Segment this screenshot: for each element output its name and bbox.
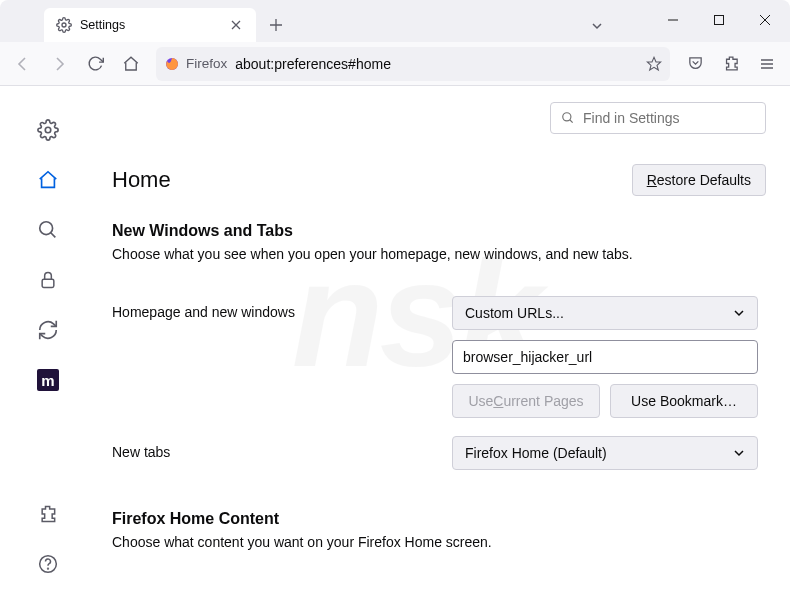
find-placeholder: Find in Settings bbox=[583, 110, 680, 126]
section-windows-tabs-desc: Choose what you see when you open your h… bbox=[112, 246, 766, 262]
sidebar-general[interactable] bbox=[28, 110, 68, 150]
newtabs-label: New tabs bbox=[112, 436, 452, 460]
reload-button[interactable] bbox=[78, 47, 112, 81]
minimize-button[interactable] bbox=[650, 4, 696, 36]
firefox-icon bbox=[164, 56, 180, 72]
section-windows-tabs-title: New Windows and Tabs bbox=[112, 222, 766, 240]
use-current-pages-button[interactable]: Use Current Pages bbox=[452, 384, 600, 418]
select-value: Custom URLs... bbox=[465, 305, 564, 321]
close-icon[interactable] bbox=[226, 15, 246, 35]
section-home-content-title: Firefox Home Content bbox=[112, 510, 766, 528]
sidebar-home[interactable] bbox=[28, 160, 68, 200]
restore-defaults-button[interactable]: Restore Defaults bbox=[632, 164, 766, 196]
back-button[interactable] bbox=[6, 47, 40, 81]
svg-point-8 bbox=[48, 568, 49, 569]
newtabs-select[interactable]: Firefox Home (Default) bbox=[452, 436, 758, 470]
section-home-content-desc: Choose what content you want on your Fir… bbox=[112, 534, 766, 550]
forward-button[interactable] bbox=[42, 47, 76, 81]
svg-point-9 bbox=[563, 113, 571, 121]
sidebar-more-mozilla[interactable]: m bbox=[28, 360, 68, 400]
svg-point-4 bbox=[45, 127, 51, 133]
new-tab-button[interactable] bbox=[262, 11, 290, 39]
pocket-button[interactable] bbox=[678, 47, 712, 81]
use-bookmark-button[interactable]: Use Bookmark… bbox=[610, 384, 758, 418]
sidebar-privacy[interactable] bbox=[28, 260, 68, 300]
tab-title: Settings bbox=[80, 18, 125, 32]
tab-list-button[interactable] bbox=[574, 10, 620, 42]
sidebar-search[interactable] bbox=[28, 210, 68, 250]
browser-tab[interactable]: Settings bbox=[44, 8, 256, 42]
url-bar[interactable]: Firefox about:preferences#home bbox=[156, 47, 670, 81]
identity-label: Firefox bbox=[186, 56, 227, 71]
svg-point-0 bbox=[62, 23, 66, 27]
maximize-button[interactable] bbox=[696, 4, 742, 36]
sidebar-addons[interactable] bbox=[28, 494, 68, 534]
svg-rect-6 bbox=[42, 279, 54, 287]
svg-rect-1 bbox=[715, 16, 724, 25]
svg-point-5 bbox=[40, 222, 53, 235]
sidebar-help[interactable] bbox=[28, 544, 68, 584]
chevron-down-icon bbox=[733, 307, 745, 319]
chevron-down-icon bbox=[733, 447, 745, 459]
homepage-url-input[interactable] bbox=[452, 340, 758, 374]
select-value: Firefox Home (Default) bbox=[465, 445, 607, 461]
extensions-button[interactable] bbox=[714, 47, 748, 81]
svg-marker-3 bbox=[647, 57, 660, 70]
sidebar-sync[interactable] bbox=[28, 310, 68, 350]
homepage-mode-select[interactable]: Custom URLs... bbox=[452, 296, 758, 330]
page-title: Home bbox=[112, 167, 171, 193]
url-text: about:preferences#home bbox=[235, 56, 391, 72]
gear-icon bbox=[56, 17, 72, 33]
find-in-settings[interactable]: Find in Settings bbox=[550, 102, 766, 134]
bookmark-star-icon[interactable] bbox=[646, 56, 662, 72]
homepage-label: Homepage and new windows bbox=[112, 296, 452, 320]
app-menu-button[interactable] bbox=[750, 47, 784, 81]
home-button[interactable] bbox=[114, 47, 148, 81]
window-close-button[interactable] bbox=[742, 4, 788, 36]
